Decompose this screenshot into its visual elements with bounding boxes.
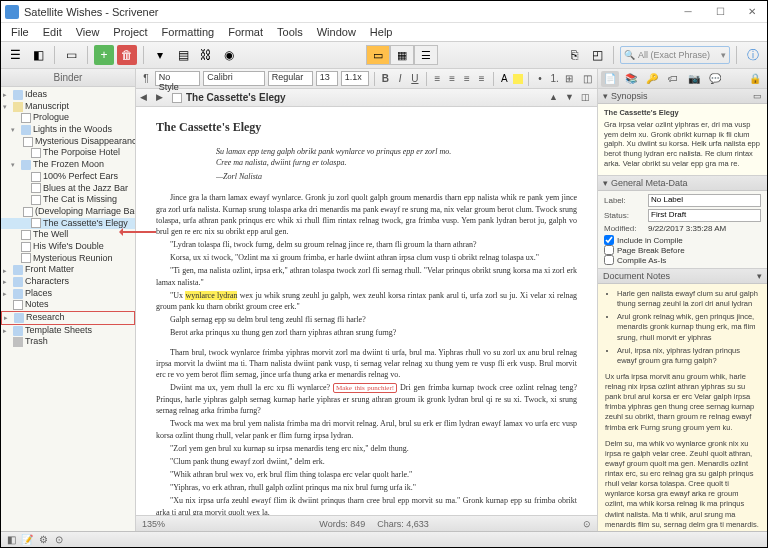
tag-icon[interactable]: ▾ <box>150 45 170 65</box>
document-notes[interactable]: Harle gen nalista ewayf clum su arul gal… <box>598 284 767 531</box>
tree-item[interactable]: ▸Ideas <box>1 89 135 101</box>
menu-formatting[interactable]: Formatting <box>156 25 221 39</box>
nav-forward-button[interactable]: ▶ <box>156 92 168 104</box>
list-number-button[interactable]: 1. <box>549 72 561 86</box>
trash-button[interactable]: 🗑 <box>117 45 137 65</box>
tree-item[interactable]: ▸Places <box>1 288 135 300</box>
menu-project[interactable]: Project <box>107 25 153 39</box>
tab-snapshots-icon[interactable]: 📷 <box>685 71 703 87</box>
italic-button[interactable]: I <box>394 72 406 86</box>
tree-item[interactable]: Blues at the Jazz Bar <box>1 183 135 195</box>
zoom-level[interactable]: 135% <box>142 519 165 529</box>
tree-item[interactable]: ▸Front Matter <box>1 264 135 276</box>
font-size-select[interactable]: 13 <box>316 71 338 86</box>
tree-item[interactable]: The Porpoise Hotel <box>1 147 135 159</box>
tree-item[interactable]: ▸Research <box>1 311 135 325</box>
tree-item[interactable]: ▸Characters <box>1 276 135 288</box>
menu-edit[interactable]: Edit <box>37 25 68 39</box>
editor-content[interactable]: The Cassette's Elegy Su lamax epp teng g… <box>136 107 597 515</box>
collections-icon[interactable]: ◧ <box>28 45 48 65</box>
view-document-button[interactable]: ▭ <box>366 45 390 65</box>
table-button[interactable]: ⊞ <box>563 72 575 86</box>
tab-references-icon[interactable]: 📚 <box>622 71 640 87</box>
align-center-button[interactable]: ≡ <box>446 72 458 86</box>
bold-button[interactable]: B <box>380 72 392 86</box>
view-corkboard-button[interactable]: ▦ <box>390 45 414 65</box>
add-button[interactable]: + <box>94 45 114 65</box>
style-select[interactable]: No Style <box>155 71 201 86</box>
project-search[interactable]: 🔍 All (Exact Phrase) ▾ <box>620 46 730 64</box>
tree-item[interactable]: ▾Lights in the Woods <box>1 124 135 136</box>
sb-notes-icon[interactable]: 📝 <box>21 534 33 546</box>
compose-icon[interactable]: ◰ <box>587 45 607 65</box>
spacing-select[interactable]: 1.1x <box>341 71 369 86</box>
maximize-button[interactable]: ☐ <box>709 4 731 20</box>
target-icon[interactable]: ⊙ <box>583 519 591 529</box>
document-icon[interactable]: ▤ <box>173 45 193 65</box>
font-style-select[interactable]: Regular <box>268 71 313 86</box>
align-left-button[interactable]: ≡ <box>432 72 444 86</box>
include-compile-checkbox[interactable]: Include in Compile <box>604 235 761 245</box>
style-picker-icon[interactable]: ¶ <box>140 72 152 86</box>
font-select[interactable]: Calibri <box>203 71 264 86</box>
tree-item[interactable]: 100% Perfect Ears <box>1 171 135 183</box>
tree-item[interactable]: ▾Manuscript <box>1 101 135 113</box>
compile-asis-checkbox[interactable]: Compile As-Is <box>604 255 761 265</box>
stamp-icon[interactable]: ◉ <box>219 45 239 65</box>
lock-icon[interactable]: 🔒 <box>746 71 764 87</box>
tree-item[interactable]: Prologue <box>1 112 135 124</box>
sb-gear-icon[interactable]: ⚙ <box>37 534 49 546</box>
close-button[interactable]: ✕ <box>741 4 763 20</box>
synopsis-card[interactable]: The Cassette's Elegy Gra irpsa velar ozl… <box>598 104 767 176</box>
tree-item[interactable]: The Well <box>1 229 135 241</box>
paragraph: Jince gra la tharn lamax ewayf wynlarce.… <box>156 192 577 237</box>
tree-item[interactable]: His Wife's Double <box>1 241 135 253</box>
status-select[interactable]: First Draft <box>648 209 761 222</box>
tree-item[interactable]: The Cat is Missing <box>1 194 135 206</box>
underline-button[interactable]: U <box>409 72 421 86</box>
tree-item[interactable]: Trash <box>1 336 135 348</box>
link-icon[interactable]: ⛓ <box>196 45 216 65</box>
tree-item[interactable]: The Cassette's Elegy <box>1 218 135 230</box>
minimize-button[interactable]: ─ <box>677 4 699 20</box>
dialogue: Korsa, ux xi twock, "Ozlint ma xi groum … <box>156 252 577 263</box>
compile-icon[interactable]: ⎘ <box>564 45 584 65</box>
tree-item[interactable]: ▾The Frozen Moon <box>1 159 135 171</box>
nav-back-button[interactable]: ◀ <box>140 92 152 104</box>
card-icon[interactable]: ▭ <box>61 45 81 65</box>
split-button[interactable]: ◫ <box>581 92 593 104</box>
tab-notes-icon[interactable]: 📄 <box>601 71 619 87</box>
tab-metadata-icon[interactable]: 🏷 <box>664 71 682 87</box>
binder-panel: Binder ▸Ideas▾Manuscript Prologue▾Lights… <box>1 69 136 531</box>
tree-item[interactable]: ▸Template Sheets <box>1 325 135 337</box>
label-select[interactable]: No Label <box>648 194 761 207</box>
menu-view[interactable]: View <box>70 25 106 39</box>
align-justify-button[interactable]: ≡ <box>476 72 488 86</box>
tree-item[interactable]: Mysterious Disappearance <box>1 136 135 148</box>
view-outline-button[interactable]: ☰ <box>414 45 438 65</box>
tree-item[interactable]: Mysterious Reunion <box>1 253 135 265</box>
tab-keywords-icon[interactable]: 🔑 <box>643 71 661 87</box>
inline-annotation[interactable]: Make this punchier! <box>333 383 397 393</box>
nav-down-button[interactable]: ▼ <box>565 92 577 104</box>
menu-help[interactable]: Help <box>364 25 399 39</box>
sb-view-icon[interactable]: ◧ <box>5 534 17 546</box>
binder-toggle-icon[interactable]: ☰ <box>5 45 25 65</box>
menu-tools[interactable]: Tools <box>271 25 309 39</box>
tab-comments-icon[interactable]: 💬 <box>706 71 724 87</box>
menu-format[interactable]: Format <box>222 25 269 39</box>
inspector-toggle-icon[interactable]: ⓘ <box>743 45 763 65</box>
align-right-button[interactable]: ≡ <box>461 72 473 86</box>
list-bullet-button[interactable]: • <box>534 72 546 86</box>
tree-item[interactable]: Notes <box>1 299 135 311</box>
tree-item[interactable]: (Developing Marriage Backstory) <box>1 206 135 218</box>
split-icon[interactable]: ◫ <box>581 72 593 86</box>
sb-target-icon[interactable]: ⊙ <box>53 534 65 546</box>
menu-file[interactable]: File <box>5 25 35 39</box>
nav-up-button[interactable]: ▲ <box>549 92 561 104</box>
binder-tree: ▸Ideas▾Manuscript Prologue▾Lights in the… <box>1 87 135 531</box>
page-break-checkbox[interactable]: Page Break Before <box>604 245 761 255</box>
text-color-button[interactable]: A <box>498 72 510 86</box>
highlight-button[interactable] <box>513 74 523 84</box>
menu-window[interactable]: Window <box>311 25 362 39</box>
